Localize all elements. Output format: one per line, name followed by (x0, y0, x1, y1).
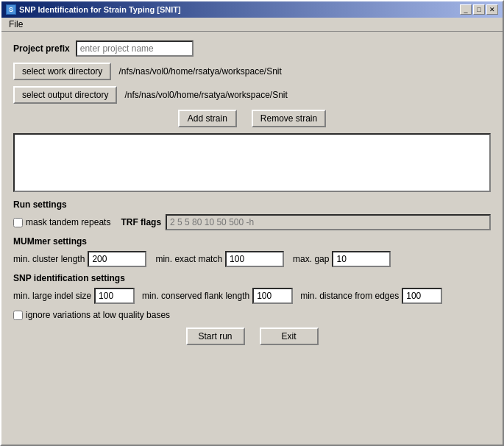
work-dir-row: select work directory /nfs/nas/vol0/home… (13, 63, 491, 80)
snp-settings-row: min. large indel size min. conserved fla… (13, 288, 491, 304)
min-exact-group: min. exact match (155, 251, 284, 267)
min-dist-group: min. distance from edges (300, 288, 442, 304)
maximize-button[interactable]: □ (473, 4, 485, 15)
menu-bar: File (1, 18, 503, 32)
work-dir-path: /nfs/nas/vol0/home/rsatya/workspace/Snit (118, 66, 281, 77)
min-indel-input[interactable] (94, 288, 135, 304)
trf-flags-input[interactable] (166, 214, 491, 230)
start-run-button[interactable]: Start run (186, 328, 245, 345)
min-cluster-input[interactable] (88, 251, 146, 267)
output-dir-row: select output directory /nfs/nas/vol0/ho… (13, 86, 491, 104)
ignore-variations-checkbox[interactable] (13, 311, 23, 320)
min-cluster-label: min. cluster length (13, 254, 85, 264)
content-area: Project prefix select work directory /nf… (1, 32, 503, 445)
mask-tandem-checkbox[interactable] (13, 218, 23, 227)
min-dist-input[interactable] (402, 288, 442, 304)
strain-list-area (13, 133, 491, 192)
remove-strain-button[interactable]: Remove strain (252, 110, 326, 127)
max-gap-label: max. gap (293, 254, 329, 264)
min-indel-group: min. large indel size (13, 288, 135, 304)
select-work-dir-button[interactable]: select work directory (13, 63, 111, 80)
window-title: SNP Identification for Strain Typing [SN… (19, 5, 181, 14)
trf-flags-label: TRF flags (121, 217, 161, 227)
snp-settings-title: SNP identification settings (13, 273, 491, 283)
project-prefix-label: Project prefix (13, 43, 70, 54)
max-gap-input[interactable] (332, 251, 391, 267)
min-exact-input[interactable] (225, 251, 284, 267)
min-dist-label: min. distance from edges (300, 291, 399, 301)
project-prefix-input[interactable] (76, 40, 194, 57)
main-window: S SNP Identification for Strain Typing [… (0, 0, 504, 446)
app-icon: S (6, 4, 16, 15)
exit-button[interactable]: Exit (260, 328, 319, 345)
strain-buttons-row: Add strain Remove strain (13, 110, 491, 127)
ignore-variations-label[interactable]: ignore variations at low quality bases (13, 310, 170, 320)
min-flank-input[interactable] (252, 288, 293, 304)
min-indel-label: min. large indel size (13, 291, 91, 301)
minimize-button[interactable]: _ (460, 4, 472, 15)
min-flank-label: min. conserved flank length (142, 291, 249, 301)
file-menu[interactable]: File (4, 18, 27, 31)
title-bar-left: S SNP Identification for Strain Typing [… (6, 4, 181, 15)
mummer-settings-title: MUMmer settings (13, 236, 491, 247)
output-dir-path: /nfs/nas/vol0/home/rsatya/workspace/Snit (124, 90, 287, 100)
select-output-dir-button[interactable]: select output directory (13, 86, 117, 104)
min-cluster-group: min. cluster length (13, 251, 146, 267)
bottom-buttons-row: Start run Exit (13, 328, 491, 345)
min-exact-label: min. exact match (155, 254, 222, 264)
title-bar: S SNP Identification for Strain Typing [… (1, 1, 503, 18)
mask-tandem-label[interactable]: mask tandem repeats (13, 217, 110, 227)
title-controls: _ □ ✕ (460, 4, 498, 15)
run-settings-row: mask tandem repeats TRF flags (13, 214, 491, 230)
ignore-variations-row: ignore variations at low quality bases (13, 310, 491, 320)
run-settings-title: Run settings (13, 199, 491, 210)
mask-tandem-text: mask tandem repeats (26, 217, 110, 227)
add-strain-button[interactable]: Add strain (178, 110, 237, 127)
close-button[interactable]: ✕ (486, 4, 498, 15)
project-prefix-row: Project prefix (13, 40, 491, 57)
min-flank-group: min. conserved flank length (142, 288, 293, 304)
mummer-settings-row: min. cluster length min. exact match max… (13, 251, 491, 267)
ignore-variations-text: ignore variations at low quality bases (26, 310, 170, 320)
max-gap-group: max. gap (293, 251, 391, 267)
